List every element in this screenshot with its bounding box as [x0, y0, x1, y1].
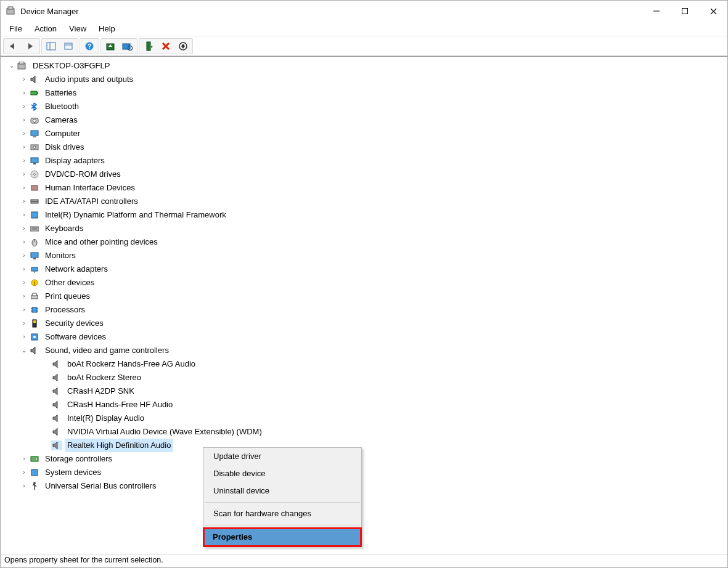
- expand-icon[interactable]: ›: [19, 235, 29, 249]
- svg-marker-68: [53, 387, 57, 395]
- cm-update-driver[interactable]: Update driver: [203, 448, 361, 465]
- svg-rect-73: [31, 456, 38, 461]
- expand-icon[interactable]: ›: [19, 479, 29, 493]
- expand-icon[interactable]: ›: [19, 276, 29, 290]
- show-hide-console-tree-button[interactable]: [43, 39, 60, 54]
- tree-root[interactable]: ⌄ DESKTOP-O3FGFLP: [4, 59, 727, 73]
- maximize-button[interactable]: [671, 1, 699, 22]
- speaker-icon: [51, 440, 62, 450]
- device-row[interactable]: Intel(R) Display Audio: [4, 412, 727, 425]
- expand-icon[interactable]: ›: [19, 168, 29, 181]
- expand-icon[interactable]: ›: [19, 140, 29, 154]
- minimize-button[interactable]: [642, 1, 671, 22]
- enable-device-button[interactable]: [140, 39, 157, 54]
- device-row[interactable]: NVIDIA Virtual Audio Device (Wave Extens…: [4, 425, 727, 439]
- disable-device-button[interactable]: [174, 39, 192, 54]
- svg-point-64: [33, 336, 36, 338]
- category-row[interactable]: ›DVD/CD-ROM drives: [4, 168, 727, 181]
- expand-icon[interactable]: ›: [19, 330, 29, 344]
- device-tree[interactable]: ⌄ DESKTOP-O3FGFLP ›Audio inputs and outp…: [4, 59, 727, 493]
- svg-text:?: ?: [88, 43, 91, 50]
- collapse-icon[interactable]: ⌄: [7, 59, 17, 73]
- svg-rect-42: [31, 212, 38, 218]
- expand-icon[interactable]: ›: [19, 113, 29, 127]
- device-row[interactable]: CRasH A2DP SNK: [4, 384, 727, 398]
- category-row[interactable]: ›Display adapters: [4, 154, 727, 168]
- expand-icon[interactable]: ›: [19, 466, 29, 479]
- svg-rect-32: [33, 136, 36, 137]
- speaker-icon: [51, 427, 62, 437]
- category-label: Disk drives: [43, 140, 87, 154]
- svg-marker-66: [53, 360, 57, 368]
- category-row[interactable]: ›Batteries: [4, 86, 727, 100]
- category-row[interactable]: ›IDE ATA/ATAPI controllers: [4, 195, 727, 208]
- menu-help[interactable]: Help: [92, 23, 121, 34]
- collapse-icon[interactable]: ⌄: [19, 344, 29, 357]
- category-row[interactable]: ›Audio inputs and outputs: [4, 73, 727, 86]
- expand-icon[interactable]: ›: [19, 195, 29, 208]
- scan-hardware-button[interactable]: [119, 39, 136, 54]
- expand-icon[interactable]: ›: [19, 317, 29, 330]
- device-row[interactable]: CRasH Hands-Free HF Audio: [4, 398, 727, 412]
- category-row[interactable]: ›System devices: [4, 466, 727, 479]
- expand-icon[interactable]: ›: [19, 127, 29, 140]
- device-row[interactable]: boAt Rockerz Hands-Free AG Audio: [4, 357, 727, 371]
- svg-marker-71: [53, 428, 57, 436]
- properties-toolbar-button[interactable]: [60, 39, 77, 54]
- expand-icon[interactable]: ›: [19, 208, 29, 222]
- expand-icon[interactable]: ›: [19, 290, 29, 303]
- category-row[interactable]: ›Cameras: [4, 113, 727, 127]
- category-row[interactable]: ›Processors: [4, 303, 727, 317]
- expand-icon[interactable]: ›: [19, 222, 29, 235]
- svg-rect-50: [31, 267, 38, 271]
- uninstall-device-button[interactable]: [157, 39, 174, 54]
- menu-action[interactable]: Action: [28, 23, 63, 34]
- cm-scan-hardware[interactable]: Scan for hardware changes: [203, 505, 361, 522]
- category-row[interactable]: ›Disk drives: [4, 140, 727, 154]
- disk-icon: [29, 142, 40, 152]
- help-button[interactable]: ?: [81, 39, 98, 54]
- device-row[interactable]: boAt Rockerz Stereo: [4, 371, 727, 384]
- category-row[interactable]: ›Security devices: [4, 317, 727, 330]
- cm-uninstall-device[interactable]: Uninstall device: [203, 482, 361, 500]
- category-row[interactable]: ›Monitors: [4, 249, 727, 262]
- cm-disable-device[interactable]: Disable device: [203, 465, 361, 482]
- category-row[interactable]: ›Software devices: [4, 330, 727, 344]
- device-tree-area: ⌄ DESKTOP-O3FGFLP ›Audio inputs and outp…: [1, 56, 727, 554]
- menu-view[interactable]: View: [63, 23, 92, 34]
- category-row[interactable]: ›!Other devices: [4, 276, 727, 290]
- category-row[interactable]: ›Mice and other pointing devices: [4, 235, 727, 249]
- category-row[interactable]: ›Human Interface Devices: [4, 181, 727, 195]
- category-row[interactable]: ›Bluetooth: [4, 100, 727, 113]
- back-button[interactable]: [4, 39, 22, 54]
- category-row[interactable]: ›Storage controllers: [4, 452, 727, 466]
- expand-icon[interactable]: ›: [19, 73, 29, 86]
- update-driver-button[interactable]: [102, 39, 119, 54]
- usb-icon: [29, 481, 40, 491]
- svg-rect-36: [33, 163, 36, 164]
- category-row[interactable]: ›Universal Serial Bus controllers: [4, 479, 727, 493]
- menubar: File Action View Help: [1, 22, 727, 36]
- close-button[interactable]: [699, 1, 727, 22]
- expand-icon[interactable]: ›: [19, 303, 29, 317]
- category-row[interactable]: ›Network adapters: [4, 262, 727, 276]
- cm-properties[interactable]: Properties: [203, 527, 362, 547]
- expand-icon[interactable]: ›: [19, 86, 29, 100]
- menu-file[interactable]: File: [3, 23, 28, 34]
- expand-icon[interactable]: ›: [19, 249, 29, 262]
- category-row[interactable]: ›Computer: [4, 127, 727, 140]
- device-row[interactable]: Realtek High Definition Audio: [4, 439, 727, 452]
- category-label: Network adapters: [43, 262, 110, 276]
- category-sound[interactable]: ⌄ Sound, video and game controllers: [4, 344, 727, 357]
- expand-icon[interactable]: ›: [19, 154, 29, 168]
- status-text: Opens property sheet for the current sel…: [4, 556, 163, 564]
- forward-button[interactable]: [22, 39, 39, 54]
- category-row[interactable]: ›Keyboards: [4, 222, 727, 235]
- expand-icon[interactable]: ›: [19, 181, 29, 195]
- expand-icon[interactable]: ›: [19, 452, 29, 466]
- expand-icon[interactable]: ›: [19, 100, 29, 113]
- category-row[interactable]: ›Print queues: [4, 290, 727, 303]
- category-row[interactable]: ›Intel(R) Dynamic Platform and Thermal F…: [4, 208, 727, 222]
- display-icon: [29, 156, 40, 166]
- expand-icon[interactable]: ›: [19, 262, 29, 276]
